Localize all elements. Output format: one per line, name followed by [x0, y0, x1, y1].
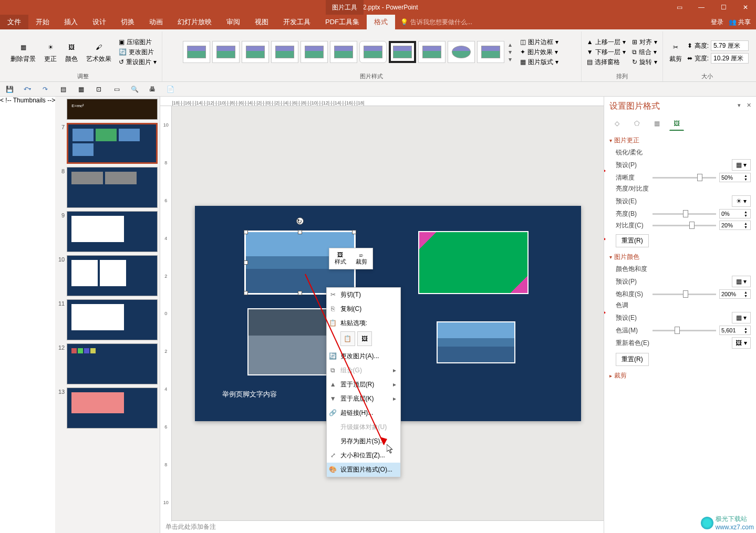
slide-thumb-7[interactable] — [67, 123, 158, 164]
saturation-input[interactable] — [720, 290, 743, 298]
brightness-slider[interactable] — [653, 213, 716, 215]
slide-picture[interactable] — [437, 321, 515, 363]
style-preset[interactable] — [330, 41, 357, 63]
tab-slideshow[interactable]: 幻灯片放映 — [170, 15, 219, 29]
redo-button[interactable]: ↷ — [40, 84, 50, 95]
slide[interactable]: ↻ 举例页脚文字内容 🖼样式 ⎄裁剪 — [195, 206, 581, 421]
ctx-copy[interactable]: ⎘复制(C) — [327, 302, 400, 316]
ctx-bring-front[interactable]: ▲置于顶层(R) — [327, 378, 400, 392]
qat-btn[interactable]: ▤ — [58, 84, 68, 95]
slide-thumb-9[interactable] — [67, 211, 158, 252]
tab-home[interactable]: 开始 — [28, 15, 57, 29]
reset-color-button[interactable]: 重置(R) — [616, 353, 649, 366]
corrections-button[interactable]: ☀ 更正 — [41, 40, 60, 65]
align-button[interactable]: ⊞对齐 ▾ — [630, 37, 659, 47]
ctx-save-as-picture[interactable]: 另存为图片(S)... — [327, 434, 400, 448]
style-preset[interactable] — [448, 41, 475, 63]
style-preset[interactable] — [271, 41, 298, 63]
paste-option-2[interactable]: 🖼 — [357, 331, 372, 346]
reset-picture-button[interactable]: ↺重设图片 ▾ — [117, 57, 159, 67]
tab-format[interactable]: 格式 — [367, 15, 395, 29]
tab-transitions[interactable]: 切换 — [113, 15, 142, 29]
tab-review[interactable]: 审阅 — [219, 15, 247, 29]
picture-effects-button[interactable]: ✦图片效果 ▾ — [518, 47, 561, 57]
tab-pdf[interactable]: PDF工具集 — [318, 15, 367, 29]
ctx-change-picture[interactable]: 🔄更改图片(A)... — [327, 349, 400, 363]
picture-styles-gallery[interactable]: ▴▾▾ — [183, 41, 512, 63]
ctx-format-picture[interactable]: 🎨设置图片格式(O)... — [327, 463, 400, 477]
qat-btn[interactable]: 📄 — [165, 84, 175, 95]
size-tab[interactable]: ▦ — [649, 116, 664, 131]
color-button[interactable]: 🖼 颜色 — [62, 40, 81, 65]
style-preset[interactable] — [477, 41, 504, 63]
ctx-send-back[interactable]: ▼置于底层(K) — [327, 392, 400, 406]
section-crop[interactable]: 裁剪 — [609, 371, 751, 380]
temperature-input[interactable] — [720, 326, 743, 335]
brightness-input[interactable] — [720, 210, 743, 218]
slide-thumb-12[interactable] — [67, 343, 158, 384]
tab-design[interactable]: 设计 — [85, 15, 113, 29]
slide-thumb-11[interactable] — [67, 299, 158, 340]
pane-close-icon[interactable]: ✕ — [744, 101, 753, 109]
style-preset[interactable] — [301, 41, 328, 63]
save-button[interactable]: 💾 — [4, 84, 15, 95]
tab-animations[interactable]: 动画 — [142, 15, 170, 29]
ctx-paste[interactable]: 📋粘贴选项: — [327, 316, 400, 330]
tab-file[interactable]: 文件 — [0, 15, 28, 29]
width-input[interactable] — [711, 53, 749, 64]
resize-handle[interactable] — [244, 291, 248, 295]
slide-thumb-10[interactable] — [67, 255, 158, 296]
effects-tab[interactable]: ⬠ — [629, 116, 644, 131]
ctx-hyperlink[interactable]: 🔗超链接(H)... — [327, 406, 400, 420]
qat-btn[interactable]: ⊡ — [94, 84, 104, 95]
picture-tab[interactable]: 🖼 — [669, 116, 684, 131]
ctx-cut[interactable]: ✂剪切(T) — [327, 288, 400, 302]
undo-button[interactable]: ↶▾ — [22, 84, 33, 95]
tab-dev[interactable]: 开发工具 — [276, 15, 318, 29]
tab-insert[interactable]: 插入 — [57, 15, 85, 29]
tone-preset-button[interactable]: ▦ ▾ — [732, 312, 751, 323]
ctx-size-position[interactable]: ⤢大小和位置(Z)... — [327, 448, 400, 463]
notes-placeholder[interactable]: 单击此处添加备注 — [160, 520, 604, 533]
sharpness-slider[interactable] — [653, 177, 716, 179]
brightness-preset-button[interactable]: ☀ ▾ — [732, 195, 751, 207]
login-link[interactable]: 登录 — [711, 18, 723, 27]
slide-picture[interactable] — [418, 231, 529, 294]
style-preset[interactable] — [418, 41, 446, 63]
saturation-preset-button[interactable]: ▦ ▾ — [732, 276, 751, 287]
style-preset[interactable] — [389, 41, 416, 63]
sharpness-input[interactable] — [720, 173, 743, 182]
style-preset[interactable] — [242, 41, 269, 63]
fill-tab[interactable]: ◇ — [609, 116, 624, 131]
rotate-button[interactable]: ↻旋转 ▾ — [630, 57, 659, 67]
mini-crop-button[interactable]: ⎄裁剪 — [353, 250, 370, 267]
send-backward-button[interactable]: ▼下移一层 ▾ — [585, 47, 628, 57]
resize-handle[interactable] — [298, 291, 302, 295]
sharpen-preset-button[interactable]: ▦ ▾ — [732, 159, 751, 171]
slide-thumb-8[interactable] — [67, 167, 158, 208]
qat-btn[interactable]: ▦ — [76, 84, 86, 95]
rotate-handle[interactable]: ↻ — [296, 217, 304, 225]
picture-tools-tab[interactable]: 图片工具 — [326, 0, 364, 15]
slide-thumbnails-panel[interactable]: E=mc² 7 8 9 10 11 12 13 — [55, 97, 160, 533]
paste-option-1[interactable]: 📋 — [340, 331, 355, 346]
resize-handle[interactable] — [244, 230, 248, 234]
temperature-slider[interactable] — [653, 330, 716, 331]
style-preset[interactable] — [359, 41, 387, 63]
group-button[interactable]: ⧉组合 ▾ — [630, 47, 659, 57]
contrast-slider[interactable] — [653, 225, 716, 226]
resize-handle[interactable] — [352, 230, 356, 234]
tab-view[interactable]: 视图 — [247, 15, 276, 29]
qat-btn[interactable]: 🖶 — [147, 84, 158, 95]
mini-style-button[interactable]: 🖼样式 — [332, 250, 349, 267]
remove-background-button[interactable]: ▦ 删除背景 — [7, 40, 39, 65]
slide-thumb-13[interactable] — [67, 388, 158, 429]
qat-btn[interactable]: ▭ — [111, 84, 122, 95]
section-picture-color[interactable]: 图片颜色 — [609, 253, 751, 262]
resize-handle[interactable] — [244, 260, 248, 265]
recolor-button[interactable]: 🖼 ▾ — [732, 337, 751, 349]
height-input[interactable] — [711, 40, 749, 51]
style-preset[interactable] — [212, 41, 240, 63]
slide-thumb-6[interactable]: E=mc² — [67, 99, 158, 120]
saturation-slider[interactable] — [653, 294, 716, 295]
